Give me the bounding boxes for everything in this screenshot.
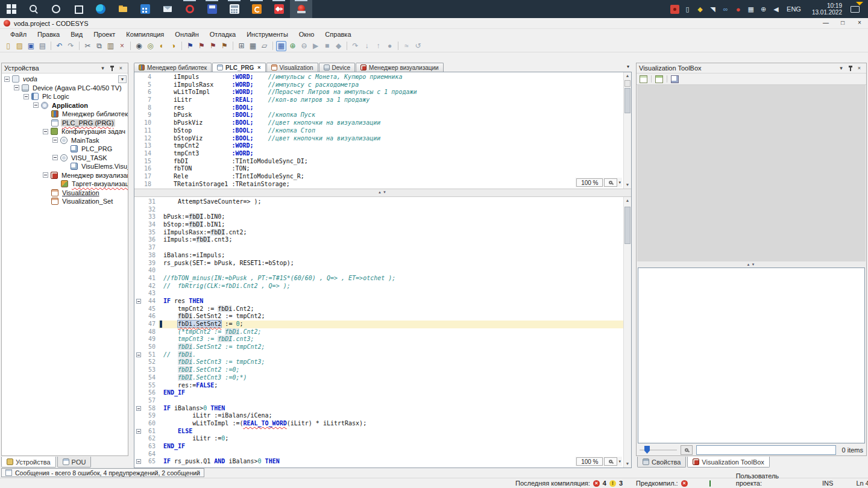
- run-button[interactable]: ▶: [310, 41, 321, 51]
- taskbar-button-cortana[interactable]: [45, 0, 67, 18]
- stop-button[interactable]: ■: [322, 41, 332, 51]
- bookmark-toggle-button[interactable]: ⚑: [185, 41, 195, 51]
- scrollbar-thumb[interactable]: [624, 207, 631, 244]
- tree-dropdown-button[interactable]: ▾: [118, 75, 127, 83]
- code-line[interactable]: 9 bPusk :BOOL; //кнопка Пуск: [134, 111, 623, 119]
- right-dock-tab-visualization-toolbox[interactable]: Visualization ToolBox: [687, 457, 770, 468]
- taskbar-button-task-view[interactable]: [67, 0, 89, 18]
- compile-button[interactable]: ▦: [276, 41, 286, 51]
- delete-button[interactable]: ×: [117, 41, 127, 51]
- editor-tab-менеджер-библиотек[interactable]: Менеджер библиотек: [134, 63, 212, 72]
- tree-item[interactable]: Менеджер визуализации: [2, 171, 128, 180]
- battery-icon[interactable]: ▯: [683, 5, 692, 14]
- code-line[interactable]: 37: [134, 244, 623, 252]
- right-dock-tab-свойства[interactable]: Свойства: [637, 457, 686, 468]
- left-dock-tab-устройства[interactable]: Устройства: [1, 457, 56, 468]
- panel-pin-icon[interactable]: [107, 64, 116, 72]
- insert-table-button[interactable]: ▦: [248, 41, 258, 51]
- expander-icon[interactable]: [52, 137, 58, 143]
- taskbar-button-opera[interactable]: [178, 0, 201, 18]
- expander-icon[interactable]: [4, 77, 10, 82]
- code-line[interactable]: 36iImpuls:=fbDI.cnt3;: [134, 236, 623, 244]
- left-dock-tab-pou[interactable]: POU: [57, 457, 92, 468]
- print-button[interactable]: ▤: [37, 41, 48, 51]
- code-line[interactable]: 45 tmpCnt2 := fbDi.Cnt2;: [134, 305, 623, 313]
- tab-overflow-icon[interactable]: ▾: [627, 64, 629, 69]
- toolbox-search-icon[interactable]: [681, 445, 693, 455]
- tree-item[interactable]: Менеджер библиотек: [2, 110, 128, 119]
- copy-button[interactable]: ⧉: [94, 41, 104, 51]
- code-line[interactable]: 50 fbDi.SetSnt2 := tmpCnt2;: [134, 343, 623, 351]
- new-object-button[interactable]: ▱: [259, 41, 269, 51]
- code-line[interactable]: 7 iLitr :REAL; //кол-во литров за 1 прод…: [134, 96, 623, 104]
- toolbox-zoom-slider[interactable]: [640, 446, 677, 454]
- tree-item[interactable]: VISU_TASK: [2, 154, 128, 163]
- flow-control-button[interactable]: ≈: [401, 41, 412, 51]
- code-line[interactable]: 52 fbDi.SetCnt3 := tmpCnt3;: [134, 358, 623, 366]
- bookmark-prev-button[interactable]: ⚑: [208, 41, 218, 51]
- fold-collapse-icon[interactable]: [136, 406, 141, 411]
- code-line[interactable]: 8 res :BOOL;: [134, 104, 623, 112]
- code-line[interactable]: 18 TRetainStorage1 :TRetainStorage;: [134, 181, 623, 189]
- taskbar-button-edge[interactable]: [89, 0, 112, 18]
- zoom-level[interactable]: 100 %: [576, 178, 603, 187]
- menu-item[interactable]: Вид: [65, 31, 88, 38]
- expander-icon[interactable]: [14, 85, 19, 90]
- fold-collapse-icon[interactable]: [136, 459, 141, 464]
- editor-tab-device[interactable]: Device: [319, 63, 356, 72]
- step-out-button[interactable]: ↑: [373, 41, 383, 51]
- build-config-button[interactable]: ⊞: [236, 41, 247, 51]
- tree-item[interactable]: PLC_PRG (PRG): [2, 119, 128, 128]
- zoom-magnifier-icon[interactable]: [604, 457, 617, 466]
- tree-item[interactable]: voda: [2, 75, 128, 84]
- language-indicator[interactable]: ENG: [787, 5, 801, 13]
- cut-button[interactable]: ✂: [83, 41, 93, 51]
- scrollbar-split-box[interactable]: [624, 80, 631, 87]
- code-line[interactable]: 46 fbDi.SetSnt2 := tmpCnt2;: [134, 313, 623, 321]
- code-line[interactable]: 5 iImpulsRasx :WORD; //импульсу с расход…: [134, 81, 623, 89]
- code-line[interactable]: 16 fbTON :TON;: [134, 165, 623, 173]
- menu-item[interactable]: Окно: [294, 31, 320, 38]
- single-cycle-button[interactable]: ◆: [333, 41, 344, 51]
- splitter-grab-icon[interactable]: ▲▼: [378, 190, 388, 194]
- link-icon[interactable]: ∞: [721, 5, 730, 14]
- code-line[interactable]: 33bPusk:=fbDI.bIN0;: [134, 213, 623, 221]
- fold-collapse-icon[interactable]: [136, 429, 141, 434]
- tree-item[interactable]: Visualization_Set: [2, 197, 128, 206]
- expander-icon[interactable]: [24, 94, 29, 99]
- visu-elements-icon[interactable]: [640, 75, 647, 83]
- panel-close-icon[interactable]: ×: [855, 64, 864, 72]
- minimize-button[interactable]: —: [817, 18, 834, 28]
- code-line[interactable]: 38iBalans:=iImpuls;: [134, 252, 623, 260]
- close-button[interactable]: ×: [851, 18, 868, 28]
- menu-item[interactable]: Правка: [32, 31, 65, 38]
- tree-item[interactable]: VisuElems.Visu_Prg: [2, 162, 128, 171]
- panel-close-icon[interactable]: ×: [116, 64, 125, 72]
- code-line[interactable]: 59 iLitr :=iBalans/iCena;: [134, 412, 623, 420]
- taskbar-button-backup-tool[interactable]: [201, 0, 223, 18]
- zoom-dropdown-icon[interactable]: ▾: [618, 459, 621, 464]
- taskbar-button-search[interactable]: [22, 0, 45, 18]
- tree-item[interactable]: Application: [2, 101, 128, 110]
- project-user-label[interactable]: Пользователь проекта: (никто): [736, 472, 779, 488]
- tree-item[interactable]: Device (Agava PLC-40/50 TV): [2, 84, 128, 93]
- taskbar-button-codesys[interactable]: [290, 0, 312, 18]
- insert-mode-indicator[interactable]: INS: [822, 480, 833, 487]
- code-line[interactable]: 65IF rs_pusk.Q1 AND iBalans>0 THEN: [134, 458, 623, 466]
- fold-margin[interactable]: [134, 405, 142, 413]
- editor-tab-менеджер-визуализации[interactable]: Менеджер визуализации: [356, 63, 444, 72]
- new-file-button[interactable]: ▯: [3, 41, 13, 51]
- taskbar-button-file-explorer[interactable]: [112, 0, 134, 18]
- taskbar-button-codesys-gateway[interactable]: [245, 0, 268, 18]
- code-line[interactable]: 6 wLitToImpl :WORD; //Перасчет Литров на…: [134, 89, 623, 96]
- code-line[interactable]: 64: [134, 451, 623, 458]
- code-line[interactable]: 44IF res THEN: [134, 298, 623, 305]
- redo-button[interactable]: ↷: [66, 41, 76, 51]
- tree-item[interactable]: Конфигурация задач: [2, 127, 128, 136]
- zoom-magnifier-icon[interactable]: [604, 178, 617, 187]
- notification-center-icon[interactable]: [851, 6, 860, 13]
- codesys-tray-icon[interactable]: [670, 5, 679, 14]
- taskbar-clock[interactable]: 10:1913.01.2022: [812, 2, 842, 16]
- toolbox-splitter[interactable]: ▲▼: [637, 261, 866, 267]
- zoom-dropdown-icon[interactable]: ▾: [618, 180, 621, 185]
